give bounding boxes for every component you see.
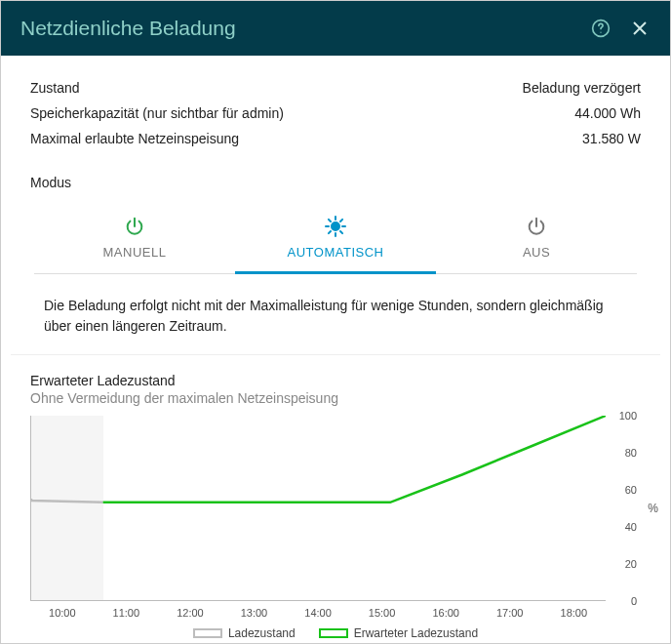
xtick: 10:00 — [30, 607, 95, 619]
chart-plot: % 020406080100 — [30, 416, 641, 601]
tab-automatisch[interactable]: AUTOMATISCH — [235, 204, 436, 273]
chart-xaxis: 10:0011:0012:0013:0014:0015:0016:0017:00… — [30, 607, 641, 619]
dialog: Netzdienliche Beladung Zustand Beladung … — [0, 0, 671, 644]
ytick: 60 — [625, 484, 637, 496]
xtick: 17:00 — [478, 607, 542, 619]
stat-row-max: Maximal erlaubte Netzeinspeisung 31.580 … — [30, 126, 641, 151]
chart-legend: Ladezustand Erwarteter Ladezustand — [30, 626, 641, 640]
legend-label: Erwarteter Ladezustand — [354, 626, 478, 640]
ytick: 20 — [625, 558, 637, 570]
chart-section: Erwarteter Ladezustand Ohne Vermeidung d… — [1, 355, 670, 643]
legend-swatch — [193, 628, 222, 638]
xtick: 11:00 — [95, 607, 159, 619]
close-icon[interactable] — [629, 18, 651, 39]
power-icon — [34, 214, 235, 239]
modus-tabs: MANUELL AUTOMATISCH AUS — [34, 204, 637, 274]
chart-lines — [31, 416, 606, 600]
xtick: 18:00 — [542, 607, 607, 619]
stat-row-speicher: Speicherkapazität (nur sichtbar für admi… — [30, 101, 641, 126]
chart-title: Erwarteter Ladezustand — [30, 373, 641, 388]
svg-point-1 — [600, 32, 601, 33]
stat-value: Beladung verzögert — [523, 80, 641, 96]
tab-label: MANUELL — [34, 245, 235, 260]
tab-aus[interactable]: AUS — [436, 204, 637, 273]
tab-manuell[interactable]: MANUELL — [34, 204, 235, 273]
chart-subtitle: Ohne Vermeidung der maximalen Netzeinspe… — [30, 390, 641, 406]
legend-swatch — [319, 628, 348, 638]
xtick: 14:00 — [286, 607, 350, 619]
legend-item-erwartet: Erwarteter Ladezustand — [319, 626, 478, 640]
ytick: 100 — [619, 410, 637, 422]
stat-label: Speicherkapazität (nur sichtbar für admi… — [30, 105, 284, 121]
xtick: 13:00 — [222, 607, 287, 619]
stat-row-zustand: Zustand Beladung verzögert — [30, 75, 641, 101]
tab-label: AUS — [436, 245, 637, 260]
xtick: 15:00 — [350, 607, 414, 619]
xtick: 16:00 — [414, 607, 478, 619]
dialog-title: Netzdienliche Beladung — [20, 17, 572, 40]
stats-section: Zustand Beladung verzögert Speicherkapaz… — [1, 56, 670, 165]
modus-section: Modus MANUELL AUTOMATISCH — [1, 165, 670, 274]
ytick: 0 — [631, 595, 637, 607]
help-icon[interactable] — [590, 18, 612, 39]
chart-yaxis: % 020406080100 — [606, 416, 641, 601]
stat-value: 31.580 W — [582, 131, 641, 146]
modus-description: Die Beladung erfolgt nicht mit der Maxim… — [11, 274, 660, 355]
tab-label: AUTOMATISCH — [235, 245, 436, 260]
power-icon — [436, 214, 637, 239]
dialog-content: Zustand Beladung verzögert Speicherkapaz… — [1, 56, 670, 643]
chart-area — [30, 416, 606, 601]
stat-value: 44.000 Wh — [574, 105, 641, 121]
sun-icon — [235, 214, 436, 239]
modus-label: Modus — [30, 175, 641, 190]
stat-label: Zustand — [30, 80, 80, 96]
dialog-header: Netzdienliche Beladung — [1, 1, 670, 56]
ytick: 40 — [625, 521, 637, 533]
xtick: 12:00 — [158, 607, 222, 619]
legend-label: Ladezustand — [228, 626, 296, 640]
svg-point-2 — [332, 222, 339, 230]
legend-item-ladezustand: Ladezustand — [193, 626, 296, 640]
ytick: 80 — [625, 447, 637, 459]
chart-yunit: % — [648, 502, 658, 515]
stat-label: Maximal erlaubte Netzeinspeisung — [30, 131, 239, 146]
